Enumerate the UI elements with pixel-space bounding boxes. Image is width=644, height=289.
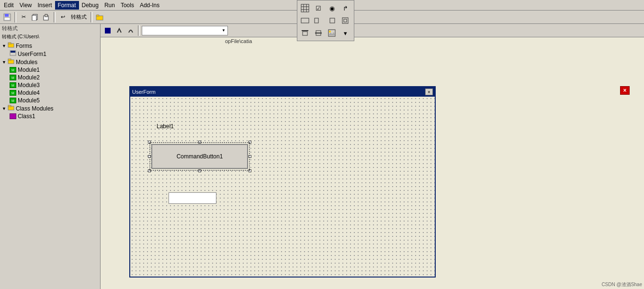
menu-edit[interactable]: Edit — [1, 1, 17, 10]
class1-label: Class1 — [18, 113, 35, 120]
float-toolbar: ☑ ◉ ↱ ▾ — [297, 0, 354, 41]
module1-label: Module1 — [18, 67, 40, 73]
tree-module5[interactable]: M Module5 — [1, 97, 99, 104]
menu-tools[interactable]: Tools — [118, 1, 137, 10]
right-panel: ▼ opFile\catia × UserForm × Label1 — [101, 24, 644, 289]
svg-rect-1 — [5, 14, 9, 17]
tree-module2[interactable]: M Module2 — [1, 74, 99, 81]
toolbar-sep3 — [90, 12, 92, 22]
userform1-label: UserForm1 — [18, 51, 46, 57]
tb2-btn3[interactable] — [125, 25, 136, 36]
left-panel: 转格式 转格式 (C:\Users\ ▼ Forms UserForm1 ▼ — [0, 24, 101, 289]
svg-rect-20 — [303, 32, 307, 35]
tb2-sep1 — [138, 25, 140, 36]
form-label1[interactable]: Label1 — [157, 123, 174, 130]
svg-rect-18 — [344, 19, 347, 22]
module3-icon: M — [10, 82, 16, 88]
menu-debug[interactable]: Debug — [79, 1, 102, 10]
svg-rect-29 — [11, 51, 15, 53]
folder-button[interactable] — [94, 12, 105, 22]
userform-design-area[interactable]: Label1 CommandBut — [130, 97, 435, 277]
svg-rect-14 — [301, 18, 309, 23]
close-icon: × — [623, 87, 626, 94]
tree-class1[interactable]: Class1 — [1, 112, 99, 120]
float-btn-r2[interactable] — [313, 15, 324, 26]
svg-rect-9 — [301, 4, 309, 12]
float-btn-grid[interactable] — [299, 2, 311, 14]
module1-icon: M — [10, 67, 16, 73]
main-area: 转格式 转格式 (C:\Users\ ▼ Forms UserForm1 ▼ — [0, 24, 644, 289]
property-combo[interactable]: ▼ — [142, 26, 228, 35]
tree-module1[interactable]: M Module1 — [1, 66, 99, 74]
undo-button[interactable]: ↩ — [57, 12, 68, 22]
module4-label: Module4 — [18, 89, 40, 96]
userform-window: UserForm × Label1 — [129, 86, 436, 278]
tree-forms-folder[interactable]: ▼ Forms — [1, 42, 99, 50]
float-btn-check[interactable]: ☑ — [313, 2, 324, 14]
float-btn-r1[interactable] — [299, 15, 311, 26]
form-textbox1[interactable] — [169, 192, 216, 204]
tree-modules-folder[interactable]: ▼ Modules — [1, 58, 99, 66]
float-btn-align-top[interactable] — [299, 27, 311, 39]
svg-point-25 — [329, 31, 331, 33]
tree-area: ▼ Forms UserForm1 ▼ Modules — [0, 41, 100, 121]
module3-label: Module3 — [18, 82, 40, 89]
module5-icon: M — [10, 98, 16, 103]
userform-dot-grid — [130, 97, 435, 277]
project-label: 转格式 — [0, 24, 100, 33]
menu-format[interactable]: Format — [55, 1, 79, 10]
float-btn-arrow[interactable]: ↱ — [339, 2, 351, 14]
path-label: 转格式 (C:\Users\ — [0, 33, 100, 41]
float-btn-image[interactable] — [326, 27, 338, 39]
paste-button[interactable] — [41, 12, 52, 22]
cut-button[interactable]: ✂ — [18, 12, 29, 22]
module4-icon: M — [10, 90, 16, 96]
svg-rect-8 — [96, 15, 99, 16]
command-button1[interactable]: CommandButton1 — [151, 144, 248, 169]
form-title-bar: UserForm × — [130, 87, 435, 97]
float-btn-r4[interactable] — [339, 15, 351, 26]
svg-rect-4 — [32, 15, 36, 21]
close-x-btn-area: × — [620, 86, 630, 95]
tb2-btn2[interactable] — [114, 25, 124, 36]
tree-userform1[interactable]: UserForm1 — [1, 50, 99, 58]
commandbtn-container: CommandButton1 — [149, 142, 250, 171]
float-btn-align-mid[interactable] — [313, 27, 324, 39]
svg-rect-31 — [8, 59, 11, 60]
copy-button[interactable] — [30, 12, 40, 22]
float-btn-r3[interactable] — [326, 15, 338, 26]
form-close-red-btn[interactable]: × — [620, 86, 630, 95]
module5-label: Module5 — [18, 97, 40, 104]
float-btn-radio[interactable]: ◉ — [326, 2, 338, 14]
modules-label: Modules — [16, 59, 37, 66]
svg-marker-24 — [328, 32, 335, 35]
menu-addins[interactable]: Add-Ins — [137, 1, 162, 10]
watermark-text: CSDN @渣酒Shae — [601, 281, 642, 288]
svg-rect-2 — [4, 18, 10, 20]
forms-folder-icon — [8, 42, 14, 49]
svg-rect-17 — [342, 18, 348, 23]
menu-run[interactable]: Run — [102, 1, 118, 10]
tree-module4[interactable]: M Module4 — [1, 89, 99, 97]
form-title-text: UserForm — [132, 89, 156, 95]
save-button[interactable] — [2, 12, 12, 22]
float-btn-dropdown[interactable]: ▾ — [339, 27, 351, 39]
svg-rect-16 — [330, 18, 335, 23]
combo-arrow-icon: ▼ — [222, 28, 226, 33]
classmodules-label: Class Modules — [16, 105, 54, 112]
format-label: 转格式 — [69, 13, 89, 21]
menu-view[interactable]: View — [17, 1, 35, 10]
svg-rect-6 — [45, 14, 47, 17]
menu-insert[interactable]: Insert — [34, 1, 55, 10]
forms-label: Forms — [16, 43, 32, 49]
svg-rect-15 — [315, 18, 318, 23]
tb2-btn1[interactable] — [102, 25, 113, 36]
second-toolbar: ▼ — [101, 24, 644, 37]
toolbar-sep2 — [54, 12, 56, 22]
svg-rect-27 — [8, 43, 11, 44]
tree-module3[interactable]: M Module3 — [1, 81, 99, 89]
form-close-button[interactable]: × — [425, 89, 433, 95]
class1-icon — [10, 113, 16, 119]
toolbar-sep1 — [14, 12, 16, 22]
tree-classmodules-folder[interactable]: ▼ Class Modules — [1, 104, 99, 112]
